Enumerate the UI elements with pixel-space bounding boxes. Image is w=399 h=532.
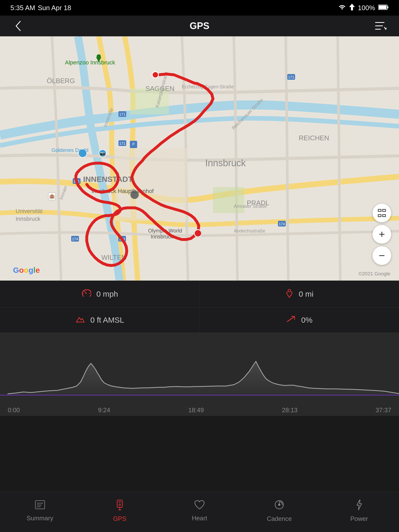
svg-point-43 <box>97 54 101 58</box>
distance-stat: 0 mi <box>200 281 399 307</box>
wifi-icon <box>338 4 346 12</box>
svg-text:Alpenzoo Innsbruck: Alpenzoo Innsbruck <box>65 59 115 66</box>
summary-label: Summary <box>26 515 53 522</box>
elevation-chart: 0:00 9:24 18:49 28:13 37:37 <box>0 333 399 416</box>
svg-text:174: 174 <box>72 237 78 241</box>
svg-text:REICHEN: REICHEN <box>299 134 329 142</box>
altitude-value: 0 ft AMSL <box>90 316 124 324</box>
svg-point-68 <box>288 289 291 292</box>
fullscreen-button[interactable] <box>373 204 391 222</box>
bottom-navigation: Summary GPS Heart <box>0 492 399 532</box>
heart-label: Heart <box>192 515 207 522</box>
back-button[interactable] <box>10 18 26 34</box>
map-controls <box>373 204 391 265</box>
svg-rect-5 <box>375 29 381 30</box>
grade-stat: 0% <box>200 308 399 332</box>
svg-text:Universität: Universität <box>16 208 43 214</box>
speed-icon <box>81 289 91 300</box>
location-icon <box>349 4 355 12</box>
nav-item-cadence[interactable]: Cadence <box>240 499 319 522</box>
nav-item-gps[interactable]: GPS <box>80 499 159 522</box>
svg-text:Google: Google <box>13 266 40 274</box>
svg-rect-63 <box>383 215 385 217</box>
nav-item-power[interactable]: Power <box>319 499 399 522</box>
svg-text:171: 171 <box>119 112 125 116</box>
svg-marker-70 <box>8 361 399 395</box>
svg-rect-60 <box>378 209 381 211</box>
chart-label-3: 28:13 <box>282 407 297 414</box>
cadence-label: Cadence <box>267 515 292 522</box>
svg-point-56 <box>152 72 158 78</box>
distance-value: 0 mi <box>299 290 314 298</box>
power-label: Power <box>350 515 368 522</box>
status-date: Sun Apr 18 <box>38 4 71 12</box>
svg-rect-4 <box>375 25 383 26</box>
svg-text:Goldenes Dachl: Goldenes Dachl <box>51 147 88 153</box>
svg-rect-61 <box>383 209 385 211</box>
svg-rect-3 <box>375 22 384 23</box>
stats-row-2: 0 ft AMSL 0% <box>0 308 399 333</box>
zoom-in-button[interactable] <box>373 225 391 244</box>
speed-stat: 0 mph <box>0 281 200 307</box>
svg-rect-1 <box>387 6 388 8</box>
altitude-icon <box>75 315 85 325</box>
svg-rect-2 <box>379 5 387 9</box>
grade-value: 0% <box>301 316 312 324</box>
svg-text:174: 174 <box>279 222 285 226</box>
speed-value: 0 mph <box>96 290 118 298</box>
svg-text:Amraser Straße: Amraser Straße <box>234 204 267 209</box>
svg-text:Innsbruck: Innsbruck <box>205 158 246 168</box>
chart-label-1: 9:24 <box>98 407 110 414</box>
svg-rect-62 <box>378 215 381 217</box>
chart-label-4: 37:37 <box>376 407 391 414</box>
svg-rect-77 <box>119 501 121 503</box>
svg-point-81 <box>278 504 280 506</box>
chart-label-2: 18:49 <box>188 407 204 414</box>
action-button[interactable] <box>373 18 389 34</box>
navigation-bar: GPS <box>0 16 399 36</box>
svg-text:©2021 Google: ©2021 Google <box>358 271 390 276</box>
svg-point-57 <box>194 230 202 237</box>
status-time: 5:35 AM <box>10 4 35 12</box>
svg-text:Innsbruck: Innsbruck <box>16 216 41 222</box>
zoom-out-button[interactable] <box>373 246 391 265</box>
power-icon <box>354 499 364 513</box>
chart-time-labels: 0:00 9:24 18:49 28:13 37:37 <box>0 404 399 414</box>
status-icons: 100% <box>338 4 389 12</box>
heart-icon <box>194 500 205 513</box>
svg-text:Andechs­stra­ße: Andechs­stra­ße <box>234 228 265 234</box>
page-title: GPS <box>26 21 373 31</box>
svg-text:171: 171 <box>288 75 294 79</box>
distance-icon <box>285 288 294 300</box>
nav-item-summary[interactable]: Summary <box>0 500 80 522</box>
cadence-icon <box>274 499 285 513</box>
stats-row-1: 0 mph 0 mi <box>0 281 399 308</box>
svg-text:ÖLBERG: ÖLBERG <box>47 77 75 85</box>
gps-icon <box>115 499 125 513</box>
map-view[interactable]: Innsbruck INNENSTADT SAGGEN ÖLBERG PRADL… <box>0 36 399 281</box>
grade-icon <box>286 315 296 325</box>
status-time-date: 5:35 AM Sun Apr 18 <box>10 4 71 12</box>
svg-text:🏨: 🏨 <box>49 193 55 199</box>
gps-label: GPS <box>113 515 126 522</box>
stats-section: 0 mph 0 mi 0 ft AMSL <box>0 281 399 333</box>
svg-text:171: 171 <box>119 141 125 145</box>
altitude-stat: 0 ft AMSL <box>0 308 200 332</box>
svg-point-78 <box>119 504 121 506</box>
battery-label: 100% <box>358 4 375 12</box>
status-bar: 5:35 AM Sun Apr 18 100% <box>0 0 399 16</box>
battery-icon <box>378 4 389 12</box>
svg-text:P: P <box>132 142 135 146</box>
summary-icon <box>34 500 46 513</box>
chart-label-0: 0:00 <box>8 407 20 414</box>
svg-rect-9 <box>213 187 244 213</box>
svg-point-67 <box>86 293 87 294</box>
nav-item-heart[interactable]: Heart <box>159 500 239 522</box>
